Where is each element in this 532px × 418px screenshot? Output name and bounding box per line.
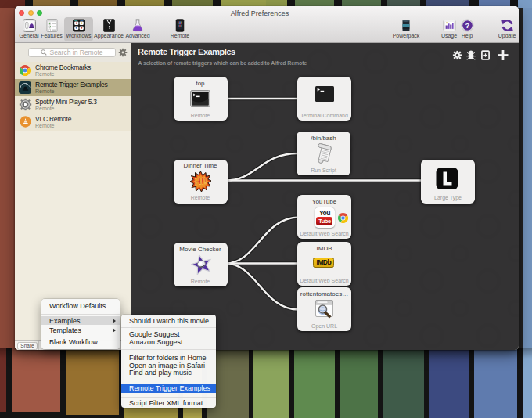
svg-text:?: ? [465, 21, 469, 30]
svg-text:HI!: HI! [194, 175, 207, 186]
